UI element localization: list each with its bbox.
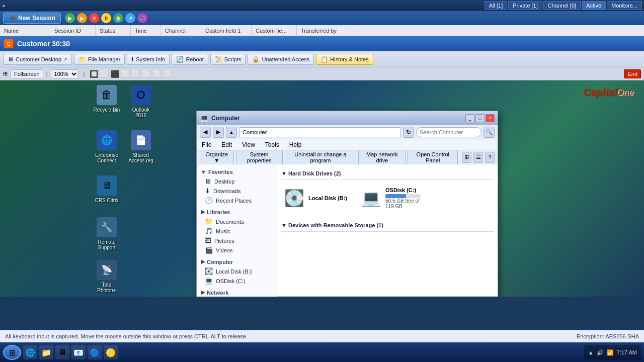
scripts-button[interactable]: 📜 Scripts (210, 54, 246, 65)
col-custom2[interactable]: Custom fie... (252, 25, 297, 36)
taskbar-app1-icon[interactable]: 📧 (71, 345, 86, 359)
address-input[interactable] (239, 127, 401, 137)
outlook-icon[interactable]: O Outlook 2016 (125, 83, 157, 120)
tab-all[interactable]: All [1] (485, 1, 508, 10)
folder-icon: 📁 (78, 56, 86, 63)
remote-desktop-area[interactable]: CapitalOne 🗑 Recycle Bin O Outlook 2016 … (0, 80, 644, 297)
unattended-access-button[interactable]: 🔒 Unattended Access (248, 54, 314, 65)
tab-active[interactable]: Active (582, 1, 606, 10)
history-notes-button[interactable]: 📋 History & Notes (316, 54, 373, 65)
col-session-id[interactable]: Session ID (50, 25, 96, 36)
col-time[interactable]: Time (131, 25, 161, 36)
local-disk-b[interactable]: 💽 Local Disk (B:) (281, 184, 350, 212)
minimize-button[interactable]: _ (465, 114, 474, 122)
osdisk-c[interactable]: 💻 OSDisk (C:) 50.5 GB free of 119 GB (358, 184, 424, 212)
search-button[interactable]: 🔍 (484, 127, 495, 138)
close-button[interactable]: ✕ (486, 114, 495, 122)
icon-orange[interactable]: ▶ (77, 13, 87, 23)
fullscreen-button[interactable]: Fullscreen (11, 69, 43, 78)
tata-photon-icon[interactable]: 📡 Tata Photon+ (91, 258, 123, 295)
monitor-icon: 🖥 (8, 56, 14, 63)
nav-local-disk[interactable]: 💽 Local Disk (B:) (197, 266, 277, 276)
up-button[interactable]: ▲ (226, 127, 237, 138)
icon-blue[interactable]: ↗ (125, 13, 135, 23)
nav-music[interactable]: 🎵 Music (197, 226, 277, 236)
view-menu[interactable]: View (240, 140, 257, 149)
taskbar-app2-icon[interactable]: 🔵 (88, 345, 102, 359)
recycle-bin-icon[interactable]: 🗑 Recycle Bin (91, 83, 123, 115)
zoom-separator: | (46, 71, 48, 77)
nav-osdisk[interactable]: 💻 OSDisk (C:) (197, 276, 277, 286)
col-status[interactable]: Status (96, 25, 131, 36)
nav-documents[interactable]: 📁 Documents (197, 217, 277, 226)
refresh-button[interactable]: ↻ (403, 127, 414, 138)
help-btn[interactable]: ? (485, 152, 495, 163)
reboot-button[interactable]: 🔄 Reboot (172, 54, 208, 65)
nav-videos[interactable]: 🎬 Videos (197, 245, 277, 255)
nav-documents-label: Documents (216, 219, 244, 225)
libraries-label: Libraries (207, 209, 230, 215)
pictures-icon: 🖼 (205, 237, 211, 244)
view-toggle-button[interactable]: ⊞ (462, 152, 471, 163)
nav-pictures[interactable]: 🖼 Pictures (197, 236, 277, 245)
uninstall-button[interactable]: Uninstall or change a program (285, 150, 357, 165)
system-info-button[interactable]: ℹ System Info (127, 54, 170, 65)
nav-music-label: Music (216, 228, 230, 234)
column-headers: Name Session ID Status Time Channel Cust… (0, 25, 644, 36)
top-bar-left: ● (2, 3, 6, 9)
icon-teal[interactable]: ⭐ (113, 13, 123, 23)
taskbar-app3-icon[interactable]: 🟡 (104, 345, 118, 359)
tab-group: All [1] Private [1] Channel [0] Active M… (485, 1, 642, 10)
enterprise-connect-icon[interactable]: 🌐 Enterprise Connect (91, 128, 123, 165)
nav-desktop[interactable]: 🖥 Desktop (197, 176, 277, 186)
organize-button[interactable]: Organize ▼ (200, 150, 234, 165)
col-custom1[interactable]: Custom field 1 (201, 25, 252, 36)
help-menu[interactable]: Help (287, 140, 304, 149)
icon-red[interactable]: ✕ (89, 13, 99, 23)
icon-yellow[interactable]: ⏸ (101, 13, 111, 23)
crs-citrix-icon[interactable]: 🖥 CRS Citrix (91, 173, 123, 205)
music-icon: 🎵 (205, 227, 213, 235)
chevron-down-icon: ▼ (201, 169, 206, 175)
col-transferred[interactable]: Transferred by (297, 25, 357, 36)
new-session-button[interactable]: ➕ New Session (3, 13, 61, 24)
file-menu[interactable]: File (200, 140, 213, 149)
map-network-button[interactable]: Map network drive (358, 150, 406, 165)
tab-channel[interactable]: Channel [0] (543, 1, 581, 10)
taskbar-ie-icon[interactable]: 🌐 (23, 345, 37, 359)
explorer-titlebar: 💻 Computer _ □ ✕ (197, 111, 498, 125)
tab-private[interactable]: Private [1] (508, 1, 542, 10)
search-input[interactable] (416, 127, 481, 137)
customer-title: Customer 30:30 (17, 40, 70, 48)
col-name[interactable]: Name (0, 25, 50, 36)
customer-desktop-button[interactable]: 🖥 Customer Desktop ↗ (3, 54, 72, 65)
forward-button[interactable]: ▶ (213, 127, 224, 138)
zoom-select[interactable]: 100% (51, 69, 78, 78)
maximize-button[interactable]: □ (475, 114, 485, 122)
libraries-header[interactable]: ▶ Libraries (197, 207, 277, 217)
tools-menu[interactable]: Tools (263, 140, 281, 149)
end-button[interactable]: End (624, 69, 641, 78)
favorites-header[interactable]: ▼ Favorites (197, 167, 277, 176)
start-button[interactable]: ⊞ (3, 345, 21, 360)
network-header[interactable]: ▶ Network (197, 288, 277, 297)
file-manager-button[interactable]: 📁 File Manager (74, 54, 125, 65)
computer-header[interactable]: ▶ Computer (197, 257, 277, 266)
back-button[interactable]: ◀ (200, 127, 211, 138)
taskbar-folder-icon[interactable]: 📁 (39, 345, 53, 359)
nav-downloads[interactable]: ⬇ Downloads (197, 186, 277, 196)
control-panel-button[interactable]: Open Control Panel (408, 150, 458, 165)
icon-green[interactable]: ▶ (65, 13, 75, 23)
history-icon: 📋 (320, 56, 328, 63)
taskbar-explorer-icon[interactable]: 🖥 (55, 345, 69, 359)
edit-menu[interactable]: Edit (219, 140, 234, 149)
remote-support-icon[interactable]: 🔧 Remote Support (91, 215, 123, 252)
col-channel[interactable]: Channel (161, 25, 201, 36)
tab-monitored[interactable]: Monitore... (607, 1, 642, 10)
address-bar: ◀ ▶ ▲ ↻ 🔍 (197, 125, 498, 139)
icon-purple[interactable]: 🔊 (137, 13, 147, 23)
shared-access-icon[interactable]: 📄 Shared Access.reg (125, 128, 157, 165)
nav-recent[interactable]: 🕐 Recent Places (197, 196, 277, 205)
details-toggle-button[interactable]: ☰ (473, 152, 483, 163)
system-properties-button[interactable]: System properties (236, 150, 283, 165)
